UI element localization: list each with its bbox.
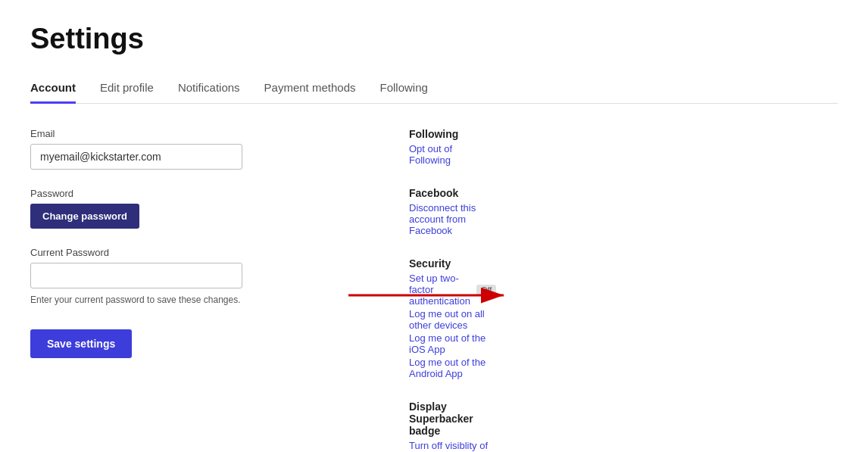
email-label: Email bbox=[30, 128, 348, 139]
password-label: Password bbox=[30, 188, 348, 199]
logout-all-devices-link[interactable]: Log me out on all other devices bbox=[409, 308, 496, 331]
facebook-section-title: Facebook bbox=[409, 187, 496, 199]
tab-notifications[interactable]: Notifications bbox=[178, 73, 240, 104]
security-section-title: Security bbox=[409, 257, 496, 270]
tab-payment-methods[interactable]: Payment methods bbox=[264, 73, 356, 104]
password-field-group: Password Change password bbox=[30, 188, 348, 229]
current-password-hint: Enter your current password to save thes… bbox=[30, 295, 348, 305]
tab-account[interactable]: Account bbox=[30, 73, 76, 104]
two-factor-off-badge: Off bbox=[476, 285, 496, 295]
current-password-input[interactable] bbox=[30, 263, 242, 288]
two-factor-row: Set up two-factor authentication Off bbox=[409, 273, 496, 307]
left-panel: Email Password Change password Current P… bbox=[30, 128, 379, 452]
page-title: Settings bbox=[30, 23, 838, 55]
change-password-button[interactable]: Change password bbox=[30, 204, 139, 229]
email-field-group: Email bbox=[30, 128, 348, 170]
following-section: Following Opt out of Following bbox=[409, 128, 496, 166]
superbacker-section: Display Superbacker badge Turn off visib… bbox=[409, 401, 496, 452]
two-factor-link[interactable]: Set up two-factor authentication bbox=[409, 273, 470, 307]
superbacker-section-title: Display Superbacker badge bbox=[409, 401, 496, 437]
tabs-nav: Account Edit profile Notifications Payme… bbox=[30, 73, 838, 104]
tab-edit-profile[interactable]: Edit profile bbox=[100, 73, 154, 104]
security-section: Security Set up two-factor authenticatio… bbox=[409, 257, 496, 379]
logout-ios-link[interactable]: Log me out of the iOS App bbox=[409, 332, 496, 355]
save-settings-button[interactable]: Save settings bbox=[30, 329, 132, 358]
email-input[interactable] bbox=[30, 144, 242, 170]
opt-out-following-link[interactable]: Opt out of Following bbox=[409, 143, 496, 166]
facebook-section: Facebook Disconnect this account from Fa… bbox=[409, 187, 496, 236]
following-section-title: Following bbox=[409, 128, 496, 140]
right-panel: Following Opt out of Following Facebook … bbox=[379, 128, 496, 452]
disconnect-facebook-link[interactable]: Disconnect this account from Facebook bbox=[409, 202, 496, 236]
logout-android-link[interactable]: Log me out of the Android App bbox=[409, 357, 496, 379]
current-password-label: Current Password bbox=[30, 247, 348, 258]
current-password-field-group: Current Password Enter your current pass… bbox=[30, 247, 348, 305]
turn-off-superbacker-link[interactable]: Turn off visiblity of the Superbacker ba… bbox=[409, 440, 496, 452]
tab-following[interactable]: Following bbox=[379, 73, 427, 104]
